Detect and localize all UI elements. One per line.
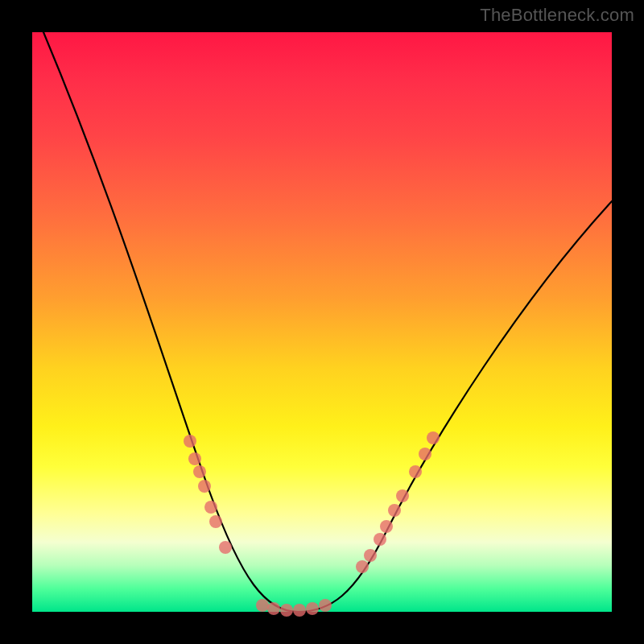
data-marker	[256, 599, 269, 612]
plot-area	[32, 32, 612, 612]
data-marker	[409, 465, 422, 478]
data-marker	[184, 435, 196, 448]
data-marker	[396, 489, 409, 502]
data-marker	[427, 431, 440, 444]
data-marker	[267, 602, 280, 615]
chart-svg	[32, 32, 612, 612]
data-marker	[419, 448, 431, 460]
data-marker	[293, 604, 306, 617]
v-curve	[43, 32, 612, 612]
data-marker	[188, 452, 201, 465]
data-marker	[193, 465, 206, 478]
watermark-text: TheBottleneck.com	[480, 5, 634, 26]
data-marker	[319, 599, 332, 612]
data-marker	[209, 515, 222, 528]
data-marker	[306, 602, 319, 615]
data-marker	[280, 604, 293, 617]
data-marker	[198, 480, 211, 493]
data-marker	[374, 533, 386, 546]
data-marker	[388, 504, 401, 517]
data-marker	[356, 560, 369, 573]
data-marker	[364, 549, 377, 562]
data-marker	[380, 520, 393, 533]
data-marker	[219, 541, 232, 554]
data-marker	[204, 501, 217, 514]
outer-frame: TheBottleneck.com	[0, 0, 644, 644]
